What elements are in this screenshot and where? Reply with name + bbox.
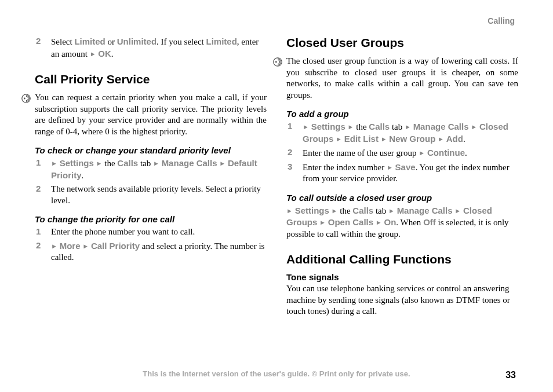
arrow-icon: ► — [219, 160, 225, 167]
arrow-icon: ► — [303, 123, 309, 130]
step-text: The network sends available priority lev… — [51, 184, 267, 206]
ui-label: Off — [423, 217, 436, 227]
arrow-icon: ► — [376, 219, 382, 226]
ui-label: More — [60, 241, 81, 251]
text: tab — [373, 206, 388, 215]
section-heading-additional: Additional Calling Functions — [286, 252, 518, 266]
arrow-icon: ► — [319, 219, 326, 226]
ui-label: Settings — [60, 158, 94, 168]
paragraph-with-icon: The closed user group function is a way … — [272, 56, 518, 101]
arrow-icon: ► — [388, 207, 395, 214]
arrow-icon: ► — [454, 207, 461, 214]
step-text: ► Settings ► the Calls tab ► Manage Call… — [51, 157, 267, 181]
subheading-call-outside: To call outside a closed user group — [286, 193, 518, 203]
text: or — [105, 37, 117, 46]
network-dependent-icon — [272, 57, 283, 67]
body-paragraph: You can request a certain priority when … — [35, 92, 267, 137]
arrow-icon: ► — [387, 164, 393, 171]
step-number: 1 — [286, 121, 303, 131]
page-columns: 2 Select Limited or Unlimited. If you se… — [35, 36, 518, 317]
step-row: 2 The network sends available priority l… — [35, 184, 267, 206]
step-text: Enter the name of the user group ► Conti… — [303, 147, 518, 159]
step-text: ► More ► Call Priority and select a prio… — [51, 240, 267, 263]
arrow-icon: ► — [471, 123, 477, 130]
ui-label: Calls — [117, 158, 138, 168]
step-row: 2 Enter the name of the user group ► Con… — [286, 147, 518, 159]
ui-label: New Group — [389, 134, 435, 144]
body-paragraph: The closed user group function is a way … — [286, 56, 518, 101]
mini-heading-tone-signals: Tone signals — [286, 272, 518, 282]
step-row: 2 Select Limited or Unlimited. If you se… — [35, 36, 267, 60]
text: Select — [51, 37, 74, 46]
arrow-icon: ► — [405, 123, 411, 130]
ui-label: Add — [446, 134, 463, 144]
ui-label: Calls — [352, 206, 373, 215]
ui-label: Edit List — [344, 134, 379, 144]
svg-point-1 — [24, 98, 26, 100]
ui-label: Manage Calls — [397, 206, 453, 215]
svg-point-3 — [275, 61, 277, 63]
section-heading-call-priority: Call Priority Service — [35, 72, 267, 86]
arrow-icon: ► — [332, 207, 338, 214]
subheading-add-group: To add a group — [286, 109, 518, 119]
instruction-text: ► Settings ► the Calls tab ► Manage Call… — [286, 205, 518, 240]
text: the — [337, 206, 352, 215]
arrow-icon: ► — [348, 123, 354, 130]
step-row: 1 ► Settings ► the Calls tab ► Manage Ca… — [286, 121, 518, 145]
arrow-icon: ► — [90, 50, 96, 57]
ui-label: Calls — [369, 122, 390, 131]
step-row: 3 Enter the index number ► Save. You get… — [286, 162, 518, 185]
step-text: ► Settings ► the Calls tab ► Manage Call… — [303, 121, 518, 145]
subheading-change-one-call: To change the priority for one call — [35, 214, 267, 224]
arrow-icon: ► — [419, 149, 425, 156]
ui-label: Limited — [74, 36, 105, 46]
arrow-icon: ► — [51, 243, 57, 250]
text: Enter the index number — [303, 163, 387, 172]
subheading-check-priority: To check or change your standard priorit… — [35, 145, 267, 155]
right-column: Closed User Groups The closed user group… — [286, 36, 518, 317]
step-number: 1 — [35, 157, 51, 167]
text: tab — [390, 122, 405, 131]
footer-notice: This is the Internet version of the user… — [0, 369, 553, 378]
ui-label: Limited — [206, 36, 237, 46]
body-paragraph: You can use telephone banking services o… — [286, 283, 518, 317]
step-text: Enter the phone number you want to call. — [51, 226, 267, 238]
arrow-icon: ► — [286, 207, 293, 214]
arrow-icon: ► — [336, 135, 342, 142]
step-number: 3 — [286, 162, 303, 171]
step-text: Select Limited or Unlimited. If you sele… — [51, 36, 267, 60]
text: . If you select — [157, 37, 206, 46]
step-row: 1 Enter the phone number you want to cal… — [35, 226, 267, 238]
step-text: Enter the index number ► Save. You get t… — [303, 162, 518, 185]
arrow-icon: ► — [153, 160, 159, 167]
arrow-icon: ► — [51, 160, 57, 167]
step-row: 1 ► Settings ► the Calls tab ► Manage Ca… — [35, 157, 267, 181]
text: Enter the name of the user group — [303, 148, 419, 157]
section-heading-closed-groups: Closed User Groups — [286, 36, 518, 50]
network-dependent-icon — [21, 93, 31, 104]
ui-label: Manage Calls — [162, 158, 217, 168]
paragraph-with-icon: You can request a certain priority when … — [21, 92, 267, 137]
arrow-icon: ► — [381, 135, 387, 142]
ui-label: Continue — [427, 148, 465, 157]
text: the — [354, 122, 369, 131]
arrow-icon: ► — [96, 160, 103, 167]
left-column: 2 Select Limited or Unlimited. If you se… — [35, 36, 267, 317]
ui-label: Call Priority — [91, 241, 140, 251]
step-number: 1 — [35, 226, 51, 236]
ui-label: Settings — [295, 206, 329, 215]
step-number: 2 — [35, 240, 51, 250]
text: the — [102, 159, 117, 168]
ui-label: OK — [98, 49, 111, 58]
step-number: 2 — [35, 184, 51, 193]
ui-label: Unlimited — [117, 36, 157, 46]
text: . When — [396, 218, 423, 227]
step-number: 2 — [286, 147, 303, 157]
ui-label: Settings — [311, 122, 345, 131]
arrow-icon: ► — [438, 135, 444, 142]
ui-label: Manage Calls — [413, 122, 469, 131]
step-row: 2 ► More ► Call Priority and select a pr… — [35, 240, 267, 263]
text: tab — [138, 159, 153, 168]
ui-label: On — [384, 217, 396, 227]
ui-label: Open Calls — [328, 217, 373, 227]
